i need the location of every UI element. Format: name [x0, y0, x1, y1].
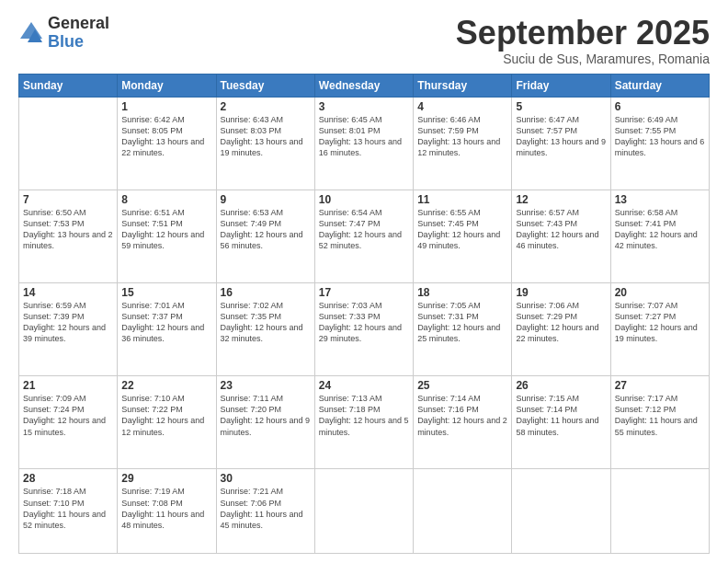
day-number: 13	[615, 193, 705, 206]
day-number: 14	[23, 286, 113, 299]
weekday-row: Sunday Monday Tuesday Wednesday Thursday…	[19, 74, 710, 97]
table-row	[414, 469, 512, 554]
day-number: 24	[319, 379, 409, 392]
calendar-header: Sunday Monday Tuesday Wednesday Thursday…	[19, 74, 710, 97]
day-number: 21	[23, 379, 113, 392]
day-info: Sunrise: 6:57 AMSunset: 7:43 PMDaylight:…	[516, 207, 606, 252]
logo-general-text: General	[48, 15, 109, 33]
day-number: 8	[121, 193, 211, 206]
header-sunday: Sunday	[19, 74, 118, 97]
day-number: 22	[121, 379, 211, 392]
header-thursday: Thursday	[414, 74, 512, 97]
day-info: Sunrise: 6:49 AMSunset: 7:55 PMDaylight:…	[615, 114, 705, 159]
header-friday: Friday	[512, 74, 610, 97]
day-number: 15	[121, 286, 211, 299]
table-row: 22Sunrise: 7:10 AMSunset: 7:22 PMDayligh…	[118, 376, 216, 469]
day-number: 2	[221, 100, 311, 113]
day-info: Sunrise: 6:58 AMSunset: 7:41 PMDaylight:…	[615, 207, 705, 252]
day-info: Sunrise: 7:17 AMSunset: 7:12 PMDaylight:…	[615, 393, 705, 438]
logo-blue-text: Blue	[48, 33, 109, 52]
table-row	[610, 469, 709, 554]
day-number: 12	[516, 193, 606, 206]
day-number: 30	[221, 472, 311, 485]
table-row: 7Sunrise: 6:50 AMSunset: 7:53 PMDaylight…	[19, 190, 118, 282]
day-number: 4	[417, 100, 507, 113]
table-row: 13Sunrise: 6:58 AMSunset: 7:41 PMDayligh…	[610, 190, 709, 282]
day-info: Sunrise: 6:55 AMSunset: 7:45 PMDaylight:…	[417, 207, 507, 252]
day-number: 16	[221, 286, 311, 299]
page: General Blue September 2025 Suciu de Sus…	[0, 0, 728, 563]
day-info: Sunrise: 6:42 AMSunset: 8:05 PMDaylight:…	[121, 114, 211, 159]
day-info: Sunrise: 7:19 AMSunset: 7:08 PMDaylight:…	[121, 486, 211, 531]
location-subtitle: Suciu de Sus, Maramures, Romania	[456, 52, 710, 66]
day-number: 5	[516, 100, 606, 113]
month-title: September 2025	[456, 15, 710, 52]
header-wednesday: Wednesday	[314, 74, 413, 97]
day-number: 29	[121, 472, 211, 485]
day-number: 10	[319, 193, 409, 206]
day-info: Sunrise: 7:01 AMSunset: 7:37 PMDaylight:…	[121, 300, 211, 345]
table-row: 29Sunrise: 7:19 AMSunset: 7:08 PMDayligh…	[118, 469, 216, 554]
day-info: Sunrise: 7:11 AMSunset: 7:20 PMDaylight:…	[221, 393, 311, 438]
table-row: 8Sunrise: 6:51 AMSunset: 7:51 PMDaylight…	[118, 190, 216, 282]
table-row: 19Sunrise: 7:06 AMSunset: 7:29 PMDayligh…	[512, 283, 610, 376]
day-info: Sunrise: 7:18 AMSunset: 7:10 PMDaylight:…	[23, 486, 113, 531]
header: General Blue September 2025 Suciu de Sus…	[18, 15, 710, 66]
day-info: Sunrise: 6:46 AMSunset: 7:59 PMDaylight:…	[417, 114, 507, 159]
table-row: 5Sunrise: 6:47 AMSunset: 7:57 PMDaylight…	[512, 97, 610, 190]
day-info: Sunrise: 7:06 AMSunset: 7:29 PMDaylight:…	[516, 300, 606, 345]
day-info: Sunrise: 6:53 AMSunset: 7:49 PMDaylight:…	[221, 207, 311, 252]
table-row: 9Sunrise: 6:53 AMSunset: 7:49 PMDaylight…	[216, 190, 314, 282]
day-info: Sunrise: 7:07 AMSunset: 7:27 PMDaylight:…	[615, 300, 705, 345]
table-row: 15Sunrise: 7:01 AMSunset: 7:37 PMDayligh…	[118, 283, 216, 376]
day-info: Sunrise: 7:09 AMSunset: 7:24 PMDaylight:…	[23, 393, 113, 438]
day-number: 3	[319, 100, 409, 113]
title-block: September 2025 Suciu de Sus, Maramures, …	[456, 15, 710, 66]
day-number: 19	[516, 286, 606, 299]
day-number: 17	[319, 286, 409, 299]
day-number: 11	[417, 193, 507, 206]
day-info: Sunrise: 7:03 AMSunset: 7:33 PMDaylight:…	[319, 300, 409, 345]
day-info: Sunrise: 7:02 AMSunset: 7:35 PMDaylight:…	[221, 300, 311, 345]
day-info: Sunrise: 6:59 AMSunset: 7:39 PMDaylight:…	[23, 300, 113, 345]
table-row: 28Sunrise: 7:18 AMSunset: 7:10 PMDayligh…	[19, 469, 118, 554]
table-row: 25Sunrise: 7:14 AMSunset: 7:16 PMDayligh…	[414, 376, 512, 469]
header-monday: Monday	[118, 74, 216, 97]
table-row: 16Sunrise: 7:02 AMSunset: 7:35 PMDayligh…	[216, 283, 314, 376]
day-info: Sunrise: 6:43 AMSunset: 8:03 PMDaylight:…	[221, 114, 311, 159]
calendar-table: Sunday Monday Tuesday Wednesday Thursday…	[18, 74, 710, 554]
day-info: Sunrise: 7:15 AMSunset: 7:14 PMDaylight:…	[516, 393, 606, 438]
table-row: 12Sunrise: 6:57 AMSunset: 7:43 PMDayligh…	[512, 190, 610, 282]
header-tuesday: Tuesday	[216, 74, 314, 97]
table-row: 2Sunrise: 6:43 AMSunset: 8:03 PMDaylight…	[216, 97, 314, 190]
table-row: 10Sunrise: 6:54 AMSunset: 7:47 PMDayligh…	[314, 190, 413, 282]
day-number: 20	[615, 286, 705, 299]
table-row	[19, 97, 118, 190]
table-row	[512, 469, 610, 554]
day-number: 6	[615, 100, 705, 113]
table-row: 30Sunrise: 7:21 AMSunset: 7:06 PMDayligh…	[216, 469, 314, 554]
table-row: 23Sunrise: 7:11 AMSunset: 7:20 PMDayligh…	[216, 376, 314, 469]
day-info: Sunrise: 7:10 AMSunset: 7:22 PMDaylight:…	[121, 393, 211, 438]
table-row: 26Sunrise: 7:15 AMSunset: 7:14 PMDayligh…	[512, 376, 610, 469]
table-row: 4Sunrise: 6:46 AMSunset: 7:59 PMDaylight…	[414, 97, 512, 190]
calendar-body: 1Sunrise: 6:42 AMSunset: 8:05 PMDaylight…	[19, 97, 710, 553]
day-info: Sunrise: 6:47 AMSunset: 7:57 PMDaylight:…	[516, 114, 606, 159]
day-number: 1	[121, 100, 211, 113]
day-number: 28	[23, 472, 113, 485]
table-row: 17Sunrise: 7:03 AMSunset: 7:33 PMDayligh…	[314, 283, 413, 376]
logo-icon	[18, 20, 44, 46]
table-row: 18Sunrise: 7:05 AMSunset: 7:31 PMDayligh…	[414, 283, 512, 376]
table-row: 24Sunrise: 7:13 AMSunset: 7:18 PMDayligh…	[314, 376, 413, 469]
table-row: 27Sunrise: 7:17 AMSunset: 7:12 PMDayligh…	[610, 376, 709, 469]
day-number: 9	[221, 193, 311, 206]
day-number: 27	[615, 379, 705, 392]
day-number: 7	[23, 193, 113, 206]
table-row: 20Sunrise: 7:07 AMSunset: 7:27 PMDayligh…	[610, 283, 709, 376]
logo-text: General Blue	[48, 15, 109, 52]
day-info: Sunrise: 7:05 AMSunset: 7:31 PMDaylight:…	[417, 300, 507, 345]
day-number: 25	[417, 379, 507, 392]
day-number: 18	[417, 286, 507, 299]
table-row: 21Sunrise: 7:09 AMSunset: 7:24 PMDayligh…	[19, 376, 118, 469]
day-info: Sunrise: 7:21 AMSunset: 7:06 PMDaylight:…	[221, 486, 311, 531]
